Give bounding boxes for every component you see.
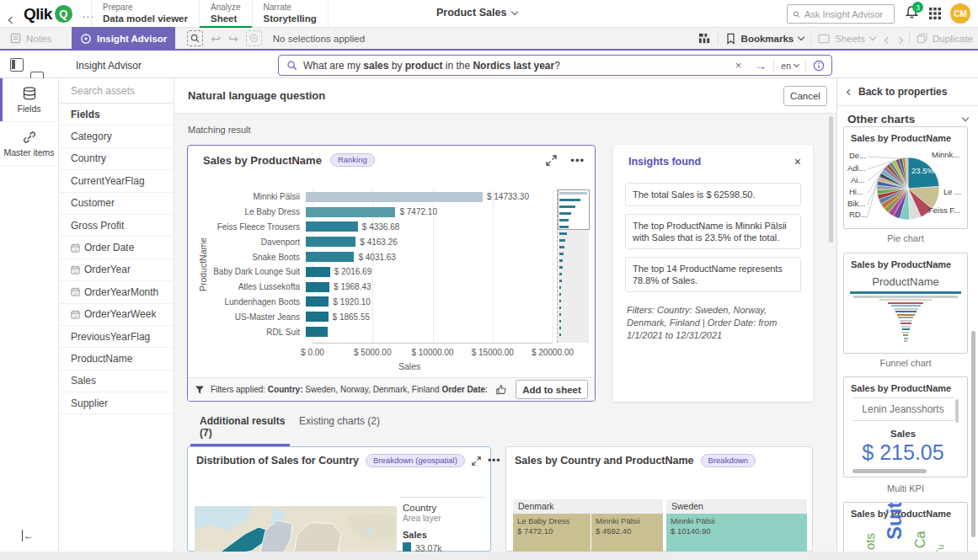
asset-item[interactable]: ProductName xyxy=(59,348,174,370)
result-chart-card[interactable]: Sales by ProductName Ranking ••• Minnki … xyxy=(187,145,596,402)
next-sheet-icon[interactable] xyxy=(897,31,902,46)
bar-chart-row[interactable]: Feiss Fleece Trousers$ 4336.68 xyxy=(188,220,584,235)
bookmarks-menu[interactable]: Bookmarks xyxy=(725,33,804,45)
thumbs-up-icon[interactable] xyxy=(495,384,507,396)
sidebar-scrollbar[interactable] xyxy=(971,331,975,537)
notifications-bell[interactable]: 3 xyxy=(905,5,919,20)
insight-advisor-toggle[interactable]: Insight Advisor xyxy=(72,27,175,50)
add-to-sheet-button[interactable]: Add to sheet xyxy=(516,380,588,399)
asset-item[interactable]: 12OrderYear xyxy=(59,259,174,281)
asset-item[interactable]: Gross Profit xyxy=(59,215,174,237)
chart-menu-icon[interactable]: ••• xyxy=(570,154,585,167)
asset-item[interactable]: Supplier xyxy=(59,392,174,414)
bar[interactable] xyxy=(306,237,355,247)
sheets-menu[interactable]: Sheets xyxy=(818,34,875,44)
asset-item[interactable]: PreviousYearFlag xyxy=(59,326,174,348)
chart-mini-navigator[interactable] xyxy=(557,189,589,343)
close-icon[interactable]: × xyxy=(794,157,801,167)
asset-group-header[interactable]: Fields xyxy=(59,104,174,125)
bar[interactable] xyxy=(306,267,330,277)
tab-existing-charts[interactable]: Existing charts (2) xyxy=(299,415,380,432)
asset-item-label: Country xyxy=(71,152,106,164)
bar-chart-row[interactable]: Minnki Pälsii$ 14733.30 xyxy=(188,189,584,205)
tab-analyze[interactable]: Analyze Sheet xyxy=(200,0,253,28)
expand-icon[interactable] xyxy=(546,155,557,166)
app-title-menu[interactable]: Product Sales xyxy=(436,7,517,19)
main-scrollbar[interactable] xyxy=(829,116,833,243)
bar[interactable] xyxy=(306,327,328,337)
asset-item[interactable]: 12OrderYearWeek xyxy=(59,304,174,326)
bar-chart-row[interactable]: Davenport$ 4163.26 xyxy=(188,234,584,249)
asset-item[interactable]: Category xyxy=(59,125,174,147)
smart-search-selections-icon[interactable] xyxy=(187,30,203,46)
nlq-question-text[interactable]: What are my sales by product in the Nord… xyxy=(303,60,729,72)
suggestion-pie-card[interactable]: Sales by ProductName 23.5% De...Adi...Ai… xyxy=(843,126,968,229)
tab-narrate[interactable]: Narrate Storytelling xyxy=(253,0,329,28)
bar[interactable] xyxy=(306,296,329,307)
avatar[interactable]: CM xyxy=(950,3,970,24)
suggestion-wordcloud-card[interactable]: Sales by ProductName otsSuitCaTu xyxy=(843,502,968,552)
asset-search[interactable] xyxy=(59,78,174,104)
bar-chart-row[interactable]: RDL Suit xyxy=(188,324,584,339)
insight-card[interactable]: The total Sales is $ 62598.50. xyxy=(625,183,801,206)
bar-chart-row[interactable]: Atles Lussekofta$ 1968.43 xyxy=(188,280,584,295)
info-icon[interactable] xyxy=(806,60,831,72)
bar[interactable] xyxy=(306,282,329,292)
sheet-grid-icon[interactable] xyxy=(698,32,711,45)
bar-chart-row[interactable]: Lundenhagen Boots$ 1920.10 xyxy=(188,295,584,310)
global-search-input[interactable] xyxy=(804,9,889,19)
clear-selections-icon[interactable] xyxy=(246,30,262,46)
asset-item[interactable]: Sales xyxy=(59,371,174,392)
asset-item[interactable]: 12Order Date xyxy=(59,237,174,259)
redo-icon[interactable]: ↪ xyxy=(228,32,238,45)
bar-chart-row[interactable]: Baby Dark Lounge Suit$ 2016.69 xyxy=(188,264,584,280)
insight-card[interactable]: The top ProductName is Minnki Pälsii wit… xyxy=(625,214,801,249)
split-view-icon[interactable] xyxy=(10,58,24,72)
rail-item-fields[interactable]: Fields xyxy=(0,78,58,122)
treemap-chart-card[interactable]: Sales by Country and ProductName Breakdo… xyxy=(505,446,813,552)
prev-sheet-icon[interactable] xyxy=(885,31,890,46)
bar-chart-row[interactable]: Le Baby Dress$ 7472.10 xyxy=(188,205,584,220)
bar-chart-row[interactable]: Snake Boots$ 4031.63 xyxy=(188,249,584,264)
expand-icon[interactable] xyxy=(472,456,481,466)
suggestion-funnel-card[interactable]: Sales by ProductName ProductName xyxy=(843,253,968,354)
nlq-search-box[interactable]: What are my sales by product in the Nord… xyxy=(278,55,832,76)
bar[interactable] xyxy=(306,192,483,202)
tab-prepare[interactable]: Prepare Data model viewer xyxy=(91,0,200,28)
global-search[interactable] xyxy=(787,4,895,24)
bar[interactable] xyxy=(306,312,329,322)
cancel-button[interactable]: Cancel xyxy=(783,86,827,106)
kpi-vertical-scrollbar[interactable] xyxy=(955,399,959,423)
map-chart-card[interactable]: Distribution of Sales for Country Breakd… xyxy=(187,446,491,552)
tab-additional-results[interactable]: Additional results (7) xyxy=(190,415,290,446)
app-launcher[interactable] xyxy=(928,7,942,20)
back-icon[interactable] xyxy=(9,11,14,26)
kpi-horizontal-scrollbar[interactable] xyxy=(852,469,927,473)
bar[interactable] xyxy=(306,252,354,262)
rail-item-master-items[interactable]: Master items xyxy=(0,122,58,166)
navigator-viewport[interactable] xyxy=(558,189,590,230)
suggestion-kpi-card[interactable]: Sales by ProductName Lenin Jeansshorts S… xyxy=(843,376,968,477)
asset-item[interactable]: Customer xyxy=(59,193,174,215)
bar-chart-row[interactable]: US-Master Jeans$ 1865.55 xyxy=(188,309,584,324)
bar[interactable] xyxy=(306,207,395,217)
chart-menu-icon[interactable]: ••• xyxy=(488,455,501,467)
collapse-panel-icon[interactable]: ← xyxy=(22,530,34,541)
bar[interactable] xyxy=(306,221,358,232)
treemap-cell[interactable]: Le Baby Dress$ 7472.10 xyxy=(513,514,591,552)
duplicate-button[interactable]: Duplicate xyxy=(917,33,973,44)
other-charts-header[interactable]: Other charts xyxy=(837,106,978,125)
asset-item[interactable]: CurrentYearFlag xyxy=(59,170,174,192)
treemap-cell[interactable]: Minnki Pälsii$ 4592.40 xyxy=(591,514,663,552)
notes-button[interactable]: Notes xyxy=(2,27,60,50)
asset-item[interactable]: 12OrderYearMonth xyxy=(59,281,174,303)
submit-question-icon[interactable]: → xyxy=(748,59,773,72)
language-selector[interactable]: en xyxy=(774,61,805,71)
back-to-properties[interactable]: Back to properties xyxy=(837,78,978,98)
asset-search-input[interactable] xyxy=(71,85,163,97)
insight-card[interactable]: The top 14 ProductName represents 78.8% … xyxy=(625,257,801,292)
clear-question-icon[interactable]: × xyxy=(729,59,749,72)
asset-item[interactable]: Country xyxy=(59,148,174,170)
undo-icon[interactable]: ↩ xyxy=(211,32,221,45)
treemap-cell[interactable]: Minnki Pälsii$ 10140.90 xyxy=(666,514,807,552)
